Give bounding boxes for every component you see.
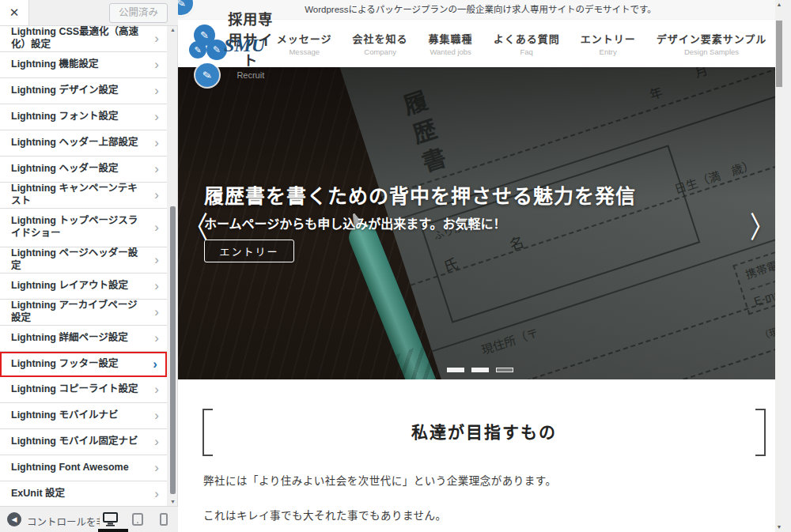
nav-sublabel: Wanted jobs	[429, 47, 473, 56]
desktop-preview-icon[interactable]	[103, 512, 118, 526]
logo-pencil-icon: ✎ ✎ ✎ SMU	[189, 24, 214, 63]
nav-sublabel: Entry	[581, 47, 636, 56]
sidebar-panel-item[interactable]: Lightning 詳細ページ設定 ›	[0, 326, 167, 352]
panel-label: Lightning フッター設定	[11, 358, 118, 371]
sidebar-panel-item[interactable]: Lightning モバイル固定ナビ ›	[0, 429, 167, 455]
hero-heading: 履歴書を書くための背中を押させる魅力を発信	[204, 180, 636, 209]
chevron-right-icon: ›	[154, 83, 159, 99]
carousel-prev-icon[interactable]: 〈	[184, 204, 208, 247]
nav-item[interactable]: メッセージ Message	[277, 31, 332, 56]
chevron-right-icon: ›	[154, 434, 159, 450]
sidebar-panel-item[interactable]: Lightning レイアウト設定 ›	[0, 274, 167, 300]
section-heading: 私達が目指すもの	[202, 409, 766, 456]
hide-controls-label[interactable]: コントロールを非表示	[27, 514, 100, 529]
mobile-preview-icon[interactable]	[160, 513, 168, 526]
panel-label: Lightning トップページスライドショー	[11, 215, 146, 240]
panel-label: Lightning Font Awesome	[11, 462, 129, 474]
chevron-right-icon: ›	[154, 31, 159, 47]
chevron-right-icon: ›	[154, 486, 159, 502]
sidebar-scrollbar: ▲ ▼	[169, 26, 176, 506]
nav-sublabel: Message	[277, 47, 332, 56]
nav-sublabel: Faq	[494, 47, 560, 56]
chevron-right-icon: ›	[154, 304, 159, 320]
panel-label: Lightning ページヘッダー設定	[11, 247, 146, 272]
nav-sublabel: Design Samples	[657, 47, 767, 56]
section-paragraph: これはキレイ事でも大それた事でもありません。	[203, 507, 447, 523]
slide-indicator-2[interactable]	[471, 368, 489, 372]
sidebar-panel-item[interactable]: Lightning ヘッダー設定 ›	[0, 157, 167, 183]
panel-label: Lightning ヘッダー上部設定	[11, 137, 138, 149]
heading-bracket-right	[755, 409, 766, 456]
active-device-indicator	[98, 529, 128, 532]
nav-item[interactable]: デザイン要素サンプル Design Samples	[657, 31, 767, 56]
panel-label: Lightning フォント設定	[11, 111, 118, 123]
nav-item[interactable]: 募集職種 Wanted jobs	[429, 31, 473, 56]
customizer-footer: ◀ コントロールを非表示	[0, 506, 178, 532]
chevron-right-icon: ›	[154, 252, 159, 268]
slide-indicator-1[interactable]	[447, 368, 464, 372]
panel-label: Lightning モバイルナビ	[11, 409, 118, 422]
close-icon[interactable]: ✕	[0, 0, 29, 25]
sidebar-panel-item[interactable]: Lightning コピーライト設定 ›	[0, 377, 167, 403]
chevron-right-icon: ›	[154, 57, 159, 73]
panel-label: Lightning 機能設定	[11, 58, 98, 71]
customizer-window: ✕ 公開済み Lightning CSS最適化（高速化）設定 › Lightni…	[0, 0, 791, 532]
edit-hero-pencil-icon[interactable]: ✎	[195, 63, 219, 87]
carousel-next-icon[interactable]: 〉	[750, 204, 774, 247]
chevron-right-icon: ›	[154, 330, 159, 346]
sidebar-panel-item[interactable]: Lightning モバイルナビ ›	[0, 403, 167, 429]
nav-item[interactable]: 会社を知る Company	[353, 31, 408, 56]
chevron-right-icon: ›	[154, 109, 159, 125]
sidebar-panel-item[interactable]: Lightning ヘッダー上部設定 ›	[0, 130, 167, 157]
sidebar-panel-item[interactable]: Lightning Font Awesome ›	[0, 455, 167, 481]
chevron-right-icon: ›	[154, 187, 159, 203]
scroll-down-icon[interactable]: ▼	[169, 498, 176, 506]
sidebar-panel-item[interactable]: Lightning トップページスライドショー ›	[0, 209, 167, 247]
customizer-header: ✕ 公開済み	[0, 0, 178, 26]
nav-item[interactable]: エントリー Entry	[581, 31, 636, 56]
entry-cta-button[interactable]: エントリー	[204, 240, 294, 262]
scroll-up-icon[interactable]: ▲	[775, 0, 783, 9]
chevron-right-icon: ›	[154, 408, 159, 424]
chevron-right-icon: ›	[154, 460, 159, 476]
sidebar-panel-item[interactable]: Lightning ページヘッダー設定 ›	[0, 247, 167, 274]
nav-label: 募集職種	[429, 31, 473, 46]
chevron-right-icon: ›	[154, 135, 159, 151]
panel-label: Lightning モバイル固定ナビ	[11, 436, 138, 448]
sidebar-panel-item[interactable]: Lightning アーカイブページ設定 ›	[0, 300, 167, 326]
sidebar-panel-item[interactable]: ExUnit 設定 ›	[0, 481, 167, 507]
chevron-right-icon: ›	[154, 278, 159, 294]
sidebar-panel-item[interactable]: Lightning フッター設定 ›	[0, 352, 167, 377]
panel-label: Lightning CSS最適化（高速化）設定	[11, 26, 146, 51]
heading-bracket-left	[202, 409, 213, 456]
sidebar-panel-item[interactable]: Lightning キャンペーンテキスト ›	[0, 183, 167, 209]
site-nav: メッセージ Message 会社を知る Company 募集職種 Wanted …	[277, 31, 766, 56]
panel-label: Lightning デザイン設定	[11, 85, 118, 97]
sidebar-panel-item[interactable]: Lightning 機能設定 ›	[0, 52, 167, 78]
slide-indicator-3[interactable]	[496, 368, 513, 372]
sidebar-panel-item[interactable]: Lightning デザイン設定 ›	[0, 78, 167, 104]
scroll-down-icon[interactable]: ▼	[775, 523, 783, 532]
preview-scrollbar-thumb[interactable]	[776, 21, 782, 87]
nav-item[interactable]: よくある質問 Faq	[494, 31, 560, 56]
slide-indicators	[447, 368, 513, 372]
nav-label: 会社を知る	[353, 31, 408, 46]
nav-label: メッセージ	[277, 31, 332, 46]
customizer-sidebar: ✕ 公開済み Lightning CSS最適化（高速化）設定 › Lightni…	[0, 0, 178, 532]
tablet-preview-icon[interactable]	[132, 513, 143, 526]
publish-button[interactable]: 公開済み	[109, 3, 168, 23]
site-header: ✎ ✎ ✎ SMU 採用専用サイト Recruit メッセージ Message	[178, 20, 783, 67]
panel-label: Lightning キャンペーンテキスト	[11, 183, 146, 207]
scroll-up-icon[interactable]: ▲	[169, 26, 176, 34]
sidebar-panel-item[interactable]: Lightning CSS最適化（高速化）設定 ›	[0, 26, 167, 52]
settings-panel-list: Lightning CSS最適化（高速化）設定 › Lightning 機能設定…	[0, 26, 167, 507]
sidebar-scrollbar-thumb[interactable]	[170, 206, 176, 494]
nav-label: エントリー	[581, 31, 636, 46]
chevron-right-icon: ›	[153, 357, 157, 372]
collapse-controls-icon[interactable]: ◀	[7, 512, 21, 526]
sidebar-panel-item[interactable]: Lightning フォント設定 ›	[0, 104, 167, 130]
panel-label: ExUnit 設定	[11, 488, 65, 500]
panel-label: Lightning 詳細ページ設定	[11, 332, 128, 345]
section-paragraph: 弊社には「より住みよい社会を次世代に」という企業理念があります。	[203, 472, 556, 488]
mission-section: 私達が目指すもの 弊社には「より住みよい社会を次世代に」という企業理念があります…	[178, 379, 783, 532]
